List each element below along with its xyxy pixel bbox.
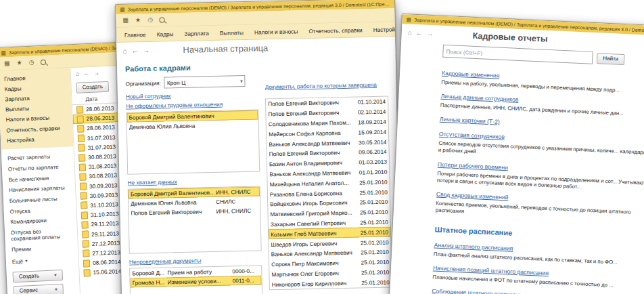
favorites-star-icon[interactable]: ★ (135, 17, 141, 23)
function-link[interactable]: Отпуска (9, 206, 70, 215)
employee-name: Демянова Юлия Львовна (129, 121, 256, 131)
footer-menu-button[interactable]: Сервис ▾ (13, 284, 64, 294)
table-row[interactable]: Громова Н... Изменение услови... 0011-0.… (130, 276, 261, 288)
employee-name: Боровой Дмитрий Валентинович (131, 189, 216, 198)
page-title: Кадровые отчеты (472, 30, 548, 43)
organization-combobox[interactable]: Крон-Ц ▾ (164, 75, 246, 89)
document-icon (76, 106, 83, 113)
section-menu-item[interactable]: Выплаты (214, 28, 249, 36)
unposted-docs-link[interactable]: Непроведенные документы (129, 256, 262, 266)
app-menu-icon[interactable]: ▦ (1, 49, 6, 56)
employee-name: Попов Евгений Викторович (268, 109, 350, 118)
missing-data-link[interactable]: Не хватает данных (127, 177, 260, 186)
function-link[interactable]: Начисления зарплаты (9, 185, 69, 194)
report-link[interactable]: Штатное расписание (434, 226, 512, 237)
menu-grid-icon[interactable]: ▦ (122, 18, 129, 24)
employee-name: Мейерсон Софья Карповна (269, 129, 351, 138)
section-menu-item[interactable]: Отчетность, справки (303, 26, 368, 35)
chevron-down-icon[interactable]: ▾ (240, 79, 243, 84)
employee-name: Ваньков Александр Матвеевич (269, 169, 352, 178)
not-registered-table: Боровой Дмитрий Валентинович Демянова Юл… (126, 110, 260, 175)
employee-name: Мартынюк Олег Егорович (271, 270, 354, 278)
document-date: 25.01.2010 (354, 249, 389, 256)
favorites-star-icon[interactable]: ★ (16, 60, 22, 66)
section-menu-item[interactable]: Настройка (368, 25, 402, 33)
search-icon[interactable] (160, 17, 165, 22)
report-link[interactable]: Потери рабочего времени (438, 161, 509, 171)
document-number: 0011-0... (232, 277, 259, 285)
report-link[interactable]: Кадровые изменения (442, 70, 500, 79)
left-panel: Главное Кадры Зарплата Выплаты Налоги и … (0, 68, 83, 294)
back-icon[interactable]: ← (131, 47, 138, 54)
history-icon[interactable]: ◷ (147, 17, 153, 23)
function-link[interactable]: Больничные листы (9, 196, 70, 205)
new-employee-link[interactable]: Новый сотрудник (126, 91, 258, 100)
document-date: 28.06.2013 (86, 105, 114, 113)
completed-doc-row[interactable]: Никоноров Егор Кириллович 25.01.2010 (270, 277, 392, 290)
document-date: 29.11.2013 (91, 220, 118, 228)
document-date: 15.06.2014 (93, 268, 121, 276)
employee-name: Попов Евгений Викторович (268, 99, 350, 108)
document-icon (83, 269, 90, 276)
report-link[interactable]: Анализ штатного расписания (434, 242, 513, 252)
function-link[interactable]: Все начисления (8, 174, 68, 183)
forward-icon[interactable]: → (93, 70, 99, 76)
app-menu-icon[interactable]: ▦ (120, 6, 125, 12)
table-row[interactable]: Попов Евгений Викторович ИНН, СНИЛС (129, 206, 260, 218)
report-link[interactable]: Соблюдение штатного расписания (432, 288, 526, 294)
home-icon[interactable]: ⌂ (76, 71, 80, 77)
history-icon[interactable]: ◷ (28, 60, 34, 66)
app-menu-icon[interactable]: ▦ (406, 16, 411, 22)
document-icon (77, 115, 84, 123)
document-date: 08.06.2014 (93, 258, 121, 266)
document-date: 30.09.2013 (89, 182, 118, 190)
unposted-docs-table: Боровой Д... Прием на работу 0000-0... Г… (129, 266, 262, 294)
document-date: 30.08.2013 (88, 152, 116, 161)
function-link[interactable]: Расчет зарплаты (7, 153, 68, 162)
employee-name: Матвиевский Григорий Марко... (270, 209, 352, 218)
function-link[interactable]: Командировки (10, 217, 70, 226)
report-link[interactable]: Личные данные сотрудников (440, 93, 518, 103)
forward-icon[interactable]: → (427, 30, 434, 37)
not-registered-link[interactable]: Не оформлены трудовые отношения (126, 100, 258, 110)
document-icon (83, 240, 89, 247)
employee-name: Захарьин Савелий Петрович (271, 219, 353, 228)
search-icon[interactable] (41, 59, 46, 64)
report-link[interactable]: Личные карточки (Т-2) (440, 116, 500, 125)
document-date: 01.10.2014 (350, 98, 386, 106)
completed-docs-link[interactable]: Документы, работа по которым завершена (265, 81, 388, 91)
employee-name: Ваньков Александр Матвеевич (269, 139, 351, 148)
back-icon[interactable]: ← (416, 29, 423, 36)
employee-name: Рязанова Елена Борисовна (270, 189, 352, 198)
document-date: 25.01.2010 (354, 278, 390, 286)
document-date: 25.01.2010 (352, 198, 388, 206)
section-item[interactable]: Настройка (1, 132, 74, 146)
report-link[interactable]: Отсутствия сотрудников (439, 131, 505, 140)
section-menu-item[interactable]: Зарплата (179, 29, 214, 37)
home-icon[interactable]: ⌂ (122, 47, 127, 54)
function-link[interactable]: Отпуска без сохранения оплаты (11, 228, 72, 243)
employee-name: Попов Евгений Викторович (269, 149, 352, 158)
table-row[interactable]: Демянова Юлия Львовна (127, 120, 258, 132)
create-button[interactable]: Создать (76, 81, 109, 93)
footer-menu-button[interactable]: Создать ▾ (12, 270, 63, 282)
report-link[interactable]: Свод кадровых изменений (436, 190, 509, 201)
back-icon[interactable]: ← (83, 70, 89, 77)
document-date: 31.07.2013 (87, 143, 116, 151)
section-menu-item[interactable]: Кадры (152, 30, 179, 38)
chevron-down-icon: ▾ (55, 287, 58, 292)
document-date: 01.01.2010 (352, 169, 387, 176)
function-link[interactable]: Премии (12, 244, 72, 253)
document-date: 31.10.2013 (90, 201, 118, 209)
menu-grid-icon[interactable]: ▦ (4, 60, 10, 66)
find-button[interactable]: Найти (597, 53, 625, 65)
document-date: 01.03.2013 (352, 159, 387, 166)
section-menu-item[interactable]: Главное (119, 30, 152, 38)
missing-data-table: Боровой Дмитрий Валентинович ИНН, СНИЛС … (128, 186, 262, 254)
section-menu-item[interactable]: Налоги и взносы (249, 28, 304, 36)
forward-icon[interactable]: → (143, 47, 150, 54)
more-menu[interactable]: Ещё ▾ (12, 256, 72, 265)
home-icon[interactable]: ⌂ (408, 29, 412, 36)
function-link[interactable]: Отчеты по зарплате (8, 164, 68, 173)
document-icon (83, 259, 90, 267)
